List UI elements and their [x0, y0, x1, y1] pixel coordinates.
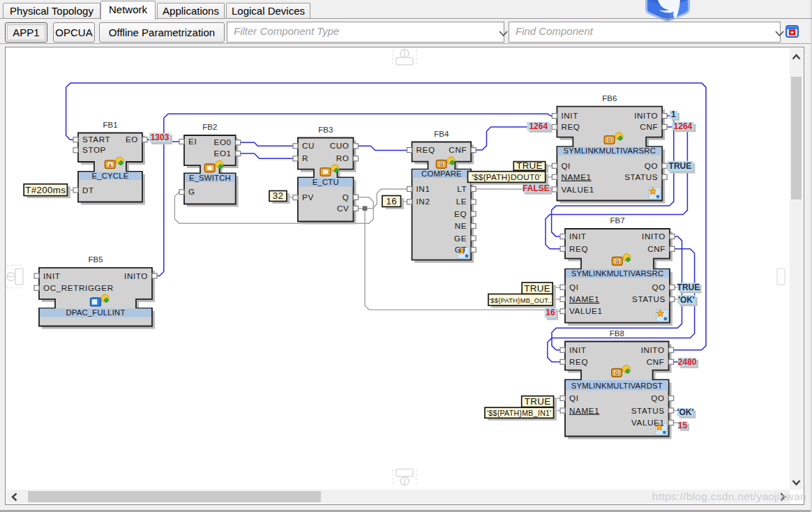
svg-text:QO: QO [652, 282, 666, 291]
svg-text:1: 1 [671, 110, 676, 119]
svg-text:LE: LE [456, 197, 467, 206]
svg-text:VALUE1: VALUE1 [561, 184, 594, 193]
svg-text:T#200ms: T#200ms [25, 184, 66, 195]
svg-text:CNF: CNF [449, 145, 467, 154]
svg-text:DT: DT [82, 185, 94, 194]
svg-text:INIT: INIT [561, 111, 578, 120]
svg-text:SYMLINKMULTIVARDST: SYMLINKMULTIVARDST [571, 382, 663, 390]
svg-text:REQ: REQ [569, 356, 588, 366]
svg-text:CNF: CNF [647, 356, 665, 366]
svg-text:START: START [82, 135, 110, 144]
svg-text:STATUS: STATUS [632, 294, 666, 303]
svg-text:EO1: EO1 [214, 149, 232, 158]
svg-text:NE: NE [455, 221, 467, 230]
svg-text:OC_RETRIGGER: OC_RETRIGGER [43, 283, 114, 292]
svg-text:NAME1: NAME1 [569, 294, 599, 303]
svg-text:'OK': 'OK' [677, 407, 694, 417]
svg-text:2480: 2480 [678, 356, 697, 366]
svg-text:SYMLINKMULTIVARSRC: SYMLINKMULTIVARSRC [571, 269, 664, 277]
svg-text:REQ: REQ [569, 243, 588, 253]
svg-text:INIT: INIT [569, 232, 586, 241]
svg-text:G: G [615, 258, 619, 264]
svg-text:TRUE: TRUE [516, 160, 543, 171]
svg-text:16: 16 [546, 308, 555, 317]
svg-text:VALUE1: VALUE1 [631, 418, 665, 427]
svg-text:INIT: INIT [569, 345, 586, 354]
svg-text:32: 32 [273, 190, 284, 201]
svg-text:VALUE1: VALUE1 [569, 306, 603, 315]
svg-text:IN1: IN1 [416, 184, 430, 193]
svg-text:TRUE: TRUE [525, 396, 551, 406]
svg-text:IN2: IN2 [416, 197, 430, 206]
svg-text:16: 16 [386, 195, 397, 206]
svg-text:E_CYCLE: E_CYCLE [92, 171, 129, 179]
svg-text:REQ: REQ [561, 122, 580, 131]
svg-text:INIT: INIT [43, 271, 60, 280]
svg-text:TRUE: TRUE [669, 161, 692, 171]
svg-text:FALSE: FALSE [522, 183, 550, 193]
svg-text:DPAC_FULLINT: DPAC_FULLINT [66, 308, 125, 317]
svg-text:FB4: FB4 [434, 129, 449, 137]
svg-text:INITO: INITO [641, 345, 665, 354]
svg-text:NAME1: NAME1 [569, 405, 599, 414]
svg-text:RO: RO [336, 153, 349, 163]
svg-text:GT: GT [455, 245, 467, 254]
svg-text:CU: CU [302, 141, 315, 150]
svg-text:REQ: REQ [416, 145, 435, 154]
svg-text:GE: GE [454, 233, 467, 242]
svg-text:s: s [109, 161, 112, 167]
svg-text:15: 15 [678, 420, 688, 430]
svg-text:CNF: CNF [640, 122, 658, 131]
svg-text:EI: EI [188, 137, 197, 146]
svg-text:INITO: INITO [124, 271, 148, 280]
svg-text:CUO: CUO [330, 141, 349, 150]
svg-text:G: G [439, 161, 444, 167]
svg-text:1303: 1303 [151, 133, 170, 142]
svg-text:G: G [188, 187, 195, 196]
svg-text:STATUS: STATUS [631, 405, 665, 414]
svg-text:INITO: INITO [634, 111, 658, 120]
svg-text:1264: 1264 [674, 121, 693, 130]
svg-text:TRUE: TRUE [677, 282, 700, 292]
svg-text:LT: LT [457, 184, 467, 193]
svg-text:SYMLINKMULTIVARSRC: SYMLINKMULTIVARSRC [564, 146, 656, 155]
svg-text:STOP: STOP [82, 145, 106, 154]
svg-text:COMPARE: COMPARE [421, 169, 462, 177]
svg-text:1264: 1264 [529, 121, 548, 130]
svg-text:INITO: INITO [642, 232, 666, 241]
svg-text:QI: QI [569, 282, 579, 291]
svg-text:'$${PATH}MB_OUT..: '$${PATH}MB_OUT.. [489, 297, 552, 304]
svg-text:QO: QO [645, 160, 658, 170]
svg-text:FB1: FB1 [103, 120, 117, 128]
svg-text:QI: QI [569, 393, 579, 402]
svg-text:STATUS: STATUS [624, 172, 658, 181]
svg-text:'$${PATH}MB_IN1': '$${PATH}MB_IN1' [487, 409, 552, 417]
svg-text:FB5: FB5 [88, 255, 103, 263]
svg-text:CV: CV [337, 203, 349, 212]
svg-text:QI: QI [561, 160, 571, 170]
svg-text:EQ: EQ [454, 209, 467, 218]
svg-text:'$${PATH}DOUT0': '$${PATH}DOUT0' [472, 172, 541, 181]
svg-text:FB6: FB6 [602, 93, 617, 102]
svg-text:PV: PV [302, 193, 314, 202]
svg-text:EO0: EO0 [214, 137, 232, 146]
svg-text:QO: QO [651, 393, 664, 402]
svg-text:Q: Q [343, 192, 349, 201]
svg-text:R: R [302, 153, 308, 163]
svg-text:G: G [608, 137, 612, 143]
svg-text:FB2: FB2 [202, 123, 217, 131]
svg-text:'OK': 'OK' [678, 294, 695, 304]
svg-text:EO: EO [126, 135, 138, 144]
svg-text:TRUE: TRUE [524, 283, 550, 293]
svg-text:FB7: FB7 [610, 216, 624, 225]
svg-text:NAME1: NAME1 [561, 172, 591, 181]
svg-text:G: G [615, 370, 619, 376]
svg-text:FB8: FB8 [610, 329, 624, 337]
svg-text:CNF: CNF [647, 243, 666, 253]
svg-text:FB3: FB3 [318, 125, 333, 133]
svg-text:E_CTU: E_CTU [313, 178, 339, 186]
svg-text:E_SWITCH: E_SWITCH [189, 173, 231, 181]
